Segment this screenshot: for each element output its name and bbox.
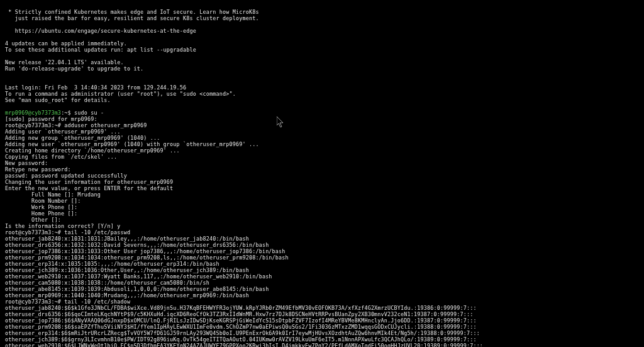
terminal-output[interactable]: * Strictly confined Kubernetes makes edg… [0, 5, 644, 347]
